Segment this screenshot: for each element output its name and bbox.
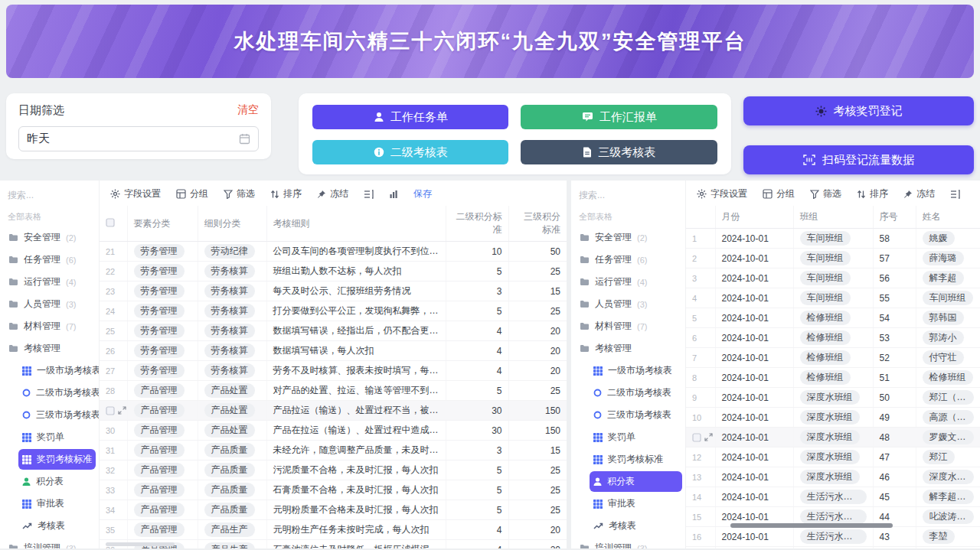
sidebar-item-考核表[interactable]: 考核表 bbox=[18, 516, 96, 536]
sidebar-item-人员管理[interactable]: 人员管理(3) bbox=[5, 294, 96, 314]
sidebar-item-二级市场考核表[interactable]: 二级市场考核表 bbox=[590, 382, 682, 403]
tool-row-height-icon[interactable] bbox=[950, 190, 960, 199]
tool-分组[interactable]: 分组 bbox=[763, 187, 795, 200]
table-row[interactable]: 35产品管理产品生产元明粉生产任务未按时完成，每人次扣420 bbox=[100, 520, 567, 540]
table-row[interactable]: 28产品管理产品处置对产品的处置、拉运、输送等管理不到位，每人次扣525 bbox=[100, 381, 567, 401]
col-header-month[interactable]: 月份 bbox=[715, 206, 793, 229]
tool-筛选[interactable]: 筛选 bbox=[224, 187, 255, 200]
sidebar-item-任务管理[interactable]: 任务管理(6) bbox=[576, 249, 682, 270]
sidebar-item-三级市场考核表[interactable]: 三级市场考核表 bbox=[18, 405, 96, 425]
level3-assessment-button[interactable]: 三级考核表 bbox=[521, 140, 717, 164]
clear-filter-button[interactable]: 清空 bbox=[237, 103, 259, 118]
level2-assessment-button[interactable]: 二级考核表 bbox=[312, 140, 509, 164]
col-header-rule[interactable]: 考核细则 bbox=[266, 206, 446, 242]
tool-排序[interactable]: 排序 bbox=[857, 187, 888, 200]
sidebar-item-安全管理[interactable]: 安全管理(2) bbox=[576, 227, 682, 248]
sidebar-item-运行管理[interactable]: 运行管理(4) bbox=[576, 272, 682, 292]
sidebar-item-审批表[interactable]: 审批表 bbox=[18, 493, 96, 514]
col-header-serial[interactable]: 序号 bbox=[873, 206, 916, 229]
serial-value: 55 bbox=[873, 288, 916, 308]
table-row[interactable]: 30产品管理产品处置产品在拉运（输送）、处置过程中造成环保事故，每人次扣3015… bbox=[100, 421, 567, 441]
table-row[interactable]: 22024-10-01车间班组57薛海璐 bbox=[686, 249, 980, 268]
sidebar-item-人员管理[interactable]: 人员管理(3) bbox=[576, 294, 682, 314]
col-header-category[interactable]: 要素分类 bbox=[127, 206, 198, 242]
table-row[interactable]: 32024-10-01车间班组56解李超 bbox=[686, 268, 980, 288]
sidebar-item-培训管理[interactable]: 培训管理(3) bbox=[576, 538, 682, 548]
col-header-score2[interactable]: 二级积分标准 bbox=[446, 206, 508, 242]
sidebar-item-奖罚单[interactable]: 奖罚单 bbox=[18, 427, 96, 447]
tool-row-height-icon[interactable] bbox=[364, 190, 374, 199]
sidebar-item-考核管理[interactable]: 考核管理 bbox=[576, 338, 682, 359]
table-row[interactable]: 2024-10-01深度水班组48罗媛文（深） bbox=[686, 428, 980, 447]
table-row[interactable]: 32产品管理产品质量污泥质量不合格，未及时汇报，每人次扣525 bbox=[100, 461, 567, 480]
table-row[interactable]: 132024-10-01深度水班组46深度水班组 bbox=[686, 467, 980, 487]
item-count: (3) bbox=[66, 300, 76, 309]
table-row[interactable]: 12024-10-01车间班组58姚媛 bbox=[686, 229, 980, 249]
sidebar-item-培训管理[interactable]: 培训管理(3) bbox=[5, 538, 96, 548]
table-row[interactable]: 27劳务管理劳务核算劳务不及时核算、报表未按时填写，每人次扣420 bbox=[100, 361, 567, 381]
horizontal-scrollbar[interactable] bbox=[730, 523, 893, 528]
table-row[interactable]: 25劳务管理劳务核算数据填写错误，经指出后，仍不配合更正，每人次扣420 bbox=[100, 321, 567, 341]
table-row[interactable]: 92024-10-01深度水班组50郑江（运） bbox=[686, 388, 980, 408]
table-row[interactable]: 33产品管理产品质量石膏质量不合格，未及时汇报，每人次扣525 bbox=[100, 480, 567, 500]
sidebar-item-考核表[interactable]: 考核表 bbox=[590, 516, 682, 536]
tool-字段设置[interactable]: 字段设置 bbox=[697, 187, 747, 200]
table-row[interactable]: 52024-10-01检修班组54郭韩国 bbox=[686, 308, 980, 328]
sidebar-item-材料管理[interactable]: 材料管理(7) bbox=[5, 316, 96, 337]
sidebar-item-审批表[interactable]: 审批表 bbox=[590, 493, 682, 514]
sidebar-item-材料管理[interactable]: 材料管理(7) bbox=[576, 316, 682, 337]
table-row[interactable]: 24劳务管理劳务核算打分要做到公平公正，发现徇私舞弊，打人情分，每人次扣525 bbox=[100, 301, 567, 321]
col-header-name[interactable]: 姓名 bbox=[916, 206, 980, 229]
table-row[interactable]: 82024-10-01检修班组51检修班组 bbox=[686, 368, 980, 388]
sidebar-item-奖罚考核标准[interactable]: 奖罚考核标准 bbox=[18, 449, 96, 470]
table-row[interactable]: 102024-10-01深度水班组49高源（深） bbox=[686, 408, 980, 428]
table-row[interactable]: 26劳务管理劳务核算数据填写错误，每人次扣420 bbox=[100, 341, 567, 361]
save-button[interactable]: 保存 bbox=[413, 187, 432, 200]
sidebar-item-考核管理[interactable]: 考核管理 bbox=[5, 338, 96, 359]
tree-search-input[interactable]: 搜索... bbox=[5, 187, 96, 207]
reward-penalty-register-button[interactable]: 考核奖罚登记 bbox=[743, 96, 974, 125]
tool-冻结[interactable]: 冻结 bbox=[903, 187, 935, 200]
scan-flow-data-button[interactable]: 扫码登记流量数据 bbox=[743, 145, 974, 174]
sidebar-item-一级市场考核表[interactable]: 一级市场考核表 bbox=[18, 360, 96, 381]
tree-search-input[interactable]: 搜索... bbox=[576, 187, 682, 207]
tool-筛选[interactable]: 筛选 bbox=[810, 187, 841, 200]
table-row[interactable]: 142024-10-01生活污水处理...45解李超（生活） bbox=[686, 487, 980, 507]
tool-排序[interactable]: 排序 bbox=[270, 187, 302, 200]
sidebar-item-三级市场考核表[interactable]: 三级市场考核表 bbox=[590, 405, 682, 425]
date-input[interactable]: 昨天 bbox=[18, 126, 259, 151]
sidebar-item-安全管理[interactable]: 安全管理(2) bbox=[5, 227, 96, 248]
tool-字段设置[interactable]: 字段设置 bbox=[110, 187, 161, 200]
table-row[interactable]: 34产品管理产品质量元明粉质量不合格未及时汇报，每人次扣525 bbox=[100, 500, 567, 520]
col-header-score3[interactable]: 三级积分标准 bbox=[508, 206, 567, 242]
table-row[interactable]: 产品管理产品处置产品拉运（输送）、处置过程不当，被公司或相关部门处罚，每人次扣3… bbox=[100, 401, 567, 421]
tool-chart-bar-icon[interactable] bbox=[389, 190, 398, 199]
table-row[interactable]: 23劳务管理劳务核算每天及时公示、汇报班组劳务情况315 bbox=[100, 282, 567, 301]
work-report-button[interactable]: 工作汇报单 bbox=[521, 105, 717, 129]
sidebar-item-运行管理[interactable]: 运行管理(4) bbox=[5, 272, 96, 292]
table-row[interactable]: 162024-10-01生活污水处理...43李堃 bbox=[686, 527, 980, 547]
sidebar-item-积分表[interactable]: 积分表 bbox=[590, 471, 682, 492]
tool-分组[interactable]: 分组 bbox=[176, 187, 208, 200]
subcategory-badge: 产品处置 bbox=[204, 383, 255, 398]
sidebar-item-积分表[interactable]: 积分表 bbox=[18, 471, 96, 492]
sidebar-item-二级市场考核表[interactable]: 二级市场考核表 bbox=[18, 382, 96, 403]
sidebar-item-任务管理[interactable]: 任务管理(6) bbox=[5, 249, 96, 270]
table-row[interactable]: 31产品管理产品质量未经允许，随意调整产品质量，未及时汇报，每人次扣315 bbox=[100, 441, 567, 461]
tool-冻结[interactable]: 冻结 bbox=[317, 187, 348, 200]
select-all-checkbox[interactable] bbox=[100, 206, 127, 242]
sidebar-item-奖罚单[interactable]: 奖罚单 bbox=[590, 427, 682, 447]
table-row[interactable]: 42024-10-01车间班组55车间班组 bbox=[686, 288, 980, 308]
sidebar-item-奖罚考核标准[interactable]: 奖罚考核标准 bbox=[590, 449, 682, 470]
col-header-team[interactable]: 班组 bbox=[793, 206, 873, 229]
sidebar-item-一级市场考核表[interactable]: 一级市场考核表 bbox=[590, 360, 682, 381]
col-header-subcategory[interactable]: 细则分类 bbox=[198, 206, 266, 242]
table-row[interactable]: 21劳务管理劳动纪律公司及车间的各项管理制度执行不到位，每人次扣1050 bbox=[100, 242, 567, 262]
table-row[interactable]: 22劳务管理劳务核算班组出勤人数不达标，每人次扣525 bbox=[100, 262, 567, 282]
table-row[interactable]: 72024-10-01检修班组52付守壮 bbox=[686, 348, 980, 368]
table-row[interactable]: 172024-10-01生活污水处理...42郭涛涛 bbox=[686, 547, 980, 549]
work-task-button[interactable]: 工作任务单 bbox=[312, 105, 509, 129]
horizontal-scrollbar[interactable] bbox=[106, 542, 175, 546]
table-row[interactable]: 122024-10-01深度水班组47郑江 bbox=[686, 447, 980, 467]
table-row[interactable]: 62024-10-01检修班组53郭涛小 bbox=[686, 328, 980, 348]
